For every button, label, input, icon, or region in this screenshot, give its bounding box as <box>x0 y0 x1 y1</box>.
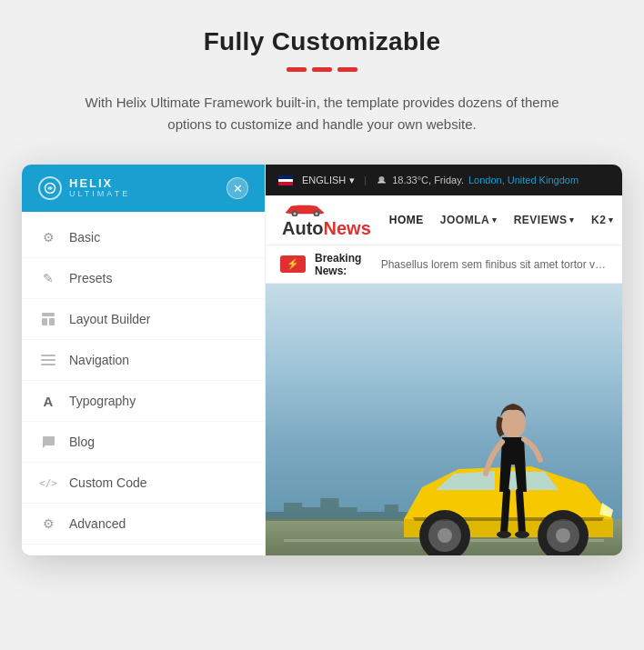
sidebar-item-layout-label: Layout Builder <box>69 312 151 326</box>
breaking-news-bar: ⚡ Breaking News: Phasellus lorem sem fin… <box>266 245 622 284</box>
gear-icon: ⚙ <box>40 229 56 245</box>
reviews-chevron-icon: ▾ <box>569 215 575 225</box>
content-panel: ENGLISH ▾ | 18.33°C, Friday. London, Uni… <box>266 165 622 555</box>
divider-dot-2 <box>312 67 332 72</box>
logo-news-text: News <box>324 218 371 239</box>
sidebar-item-basic[interactable]: ⚙ Basic <box>22 217 265 258</box>
sidebar-item-advanced[interactable]: ⚙ Advanced <box>22 504 265 545</box>
close-icon: ✕ <box>233 182 243 195</box>
site-logo: Auto News <box>282 202 371 239</box>
sidebar-item-custom-code[interactable]: </> Custom Code <box>22 463 265 504</box>
k2-chevron-icon: ▾ <box>609 215 614 225</box>
sidebar: HELIX ULTIMATE ✕ ⚙ Basic ✎ P <box>22 165 266 555</box>
nav-link-reviews[interactable]: REVIEWS ▾ <box>514 214 575 226</box>
sidebar-item-navigation[interactable]: Navigation <box>22 340 265 381</box>
svg-point-11 <box>316 212 318 215</box>
divider-dots <box>287 67 357 72</box>
menu-icon <box>40 352 56 368</box>
sidebar-item-presets-label: Presets <box>69 271 112 285</box>
sidebar-item-blog-label: Blog <box>69 435 95 449</box>
divider-dot-1 <box>287 67 307 72</box>
sidebar-item-navigation-label: Navigation <box>69 353 129 367</box>
weather-location: London, United Kingdom <box>468 175 579 185</box>
language-chevron: ▾ <box>349 175 355 186</box>
breaking-news-label: Breaking News: <box>315 252 372 277</box>
mockup-body: HELIX ULTIMATE ✕ ⚙ Basic ✎ P <box>22 165 622 555</box>
helix-logo-icon <box>38 176 62 200</box>
svg-rect-1 <box>42 313 55 316</box>
breaking-news-badge: ⚡ <box>280 255 306 273</box>
nav-link-reviews-label: REVIEWS <box>514 214 568 226</box>
sidebar-item-presets[interactable]: ✎ Presets <box>22 258 265 299</box>
weather-info: 18.33°C, Friday. London, United Kingdom <box>376 175 579 186</box>
svg-point-14 <box>438 528 452 543</box>
navbar-links: HOME JOOMLA ▾ REVIEWS ▾ K2 ▾ <box>389 214 614 226</box>
divider-dot-3 <box>337 67 357 72</box>
section-description: With Helix Ultimate Framework built-in, … <box>76 92 568 135</box>
svg-point-20 <box>515 531 529 538</box>
sidebar-item-typography[interactable]: A Typography <box>22 381 265 422</box>
sidebar-item-blog[interactable]: Blog <box>22 422 265 463</box>
sidebar-logo-area: HELIX ULTIMATE <box>38 176 130 200</box>
svg-point-19 <box>497 531 511 538</box>
svg-rect-2 <box>42 318 47 325</box>
svg-rect-6 <box>41 364 55 365</box>
person-figure-svg <box>477 401 549 546</box>
nav-link-k2-label: K2 <box>591 214 606 226</box>
sidebar-close-button[interactable]: ✕ <box>226 177 248 199</box>
brush-icon: ✎ <box>40 270 56 286</box>
layout-icon <box>40 311 56 327</box>
svg-rect-3 <box>49 318 55 325</box>
svg-rect-4 <box>41 355 55 356</box>
section-title: Fully Customizable <box>204 27 441 56</box>
weather-text: 18.33°C, Friday. <box>392 175 464 185</box>
sidebar-logo-brand: HELIX <box>69 177 130 190</box>
nav-link-k2[interactable]: K2 ▾ <box>591 214 614 226</box>
mockup-wrapper: HELIX ULTIMATE ✕ ⚙ Basic ✎ P <box>22 165 622 555</box>
sidebar-logo-sub: ULTIMATE <box>69 190 130 199</box>
svg-point-17 <box>556 528 570 543</box>
topbar: ENGLISH ▾ | 18.33°C, Friday. London, Uni… <box>266 165 622 195</box>
joomla-chevron-icon: ▾ <box>492 215 498 225</box>
topbar-separator: | <box>364 175 367 185</box>
chat-icon <box>40 434 56 450</box>
hero-image-area <box>266 284 622 555</box>
svg-point-10 <box>294 212 297 215</box>
language-label: ENGLISH <box>302 175 346 185</box>
bolt-icon: ⚡ <box>287 258 299 270</box>
navbar: Auto News HOME JOOMLA ▾ REVIEWS ▾ <box>266 195 622 245</box>
breaking-news-text: Phasellus lorem sem finibus sit amet tor… <box>381 258 608 271</box>
sidebar-menu: ⚙ Basic ✎ Presets <box>22 212 265 555</box>
car-logo-icon <box>282 202 329 216</box>
page-container: Fully Customizable With Helix Ultimate F… <box>18 27 626 555</box>
typography-icon: A <box>40 393 56 409</box>
sidebar-item-basic-label: Basic <box>69 230 100 245</box>
nav-link-joomla[interactable]: JOOMLA ▾ <box>440 214 498 226</box>
sidebar-item-custom-code-label: Custom Code <box>69 475 147 490</box>
uk-flag-icon <box>278 175 293 185</box>
weather-icon <box>376 175 387 186</box>
code-icon: </> <box>40 475 56 491</box>
sidebar-item-typography-label: Typography <box>69 394 136 408</box>
logo-auto-text: Auto <box>282 218 324 239</box>
language-selector[interactable]: ENGLISH ▾ <box>302 175 355 186</box>
nav-link-joomla-label: JOOMLA <box>440 214 489 226</box>
sidebar-header: HELIX ULTIMATE ✕ <box>22 165 265 212</box>
advanced-gear-icon: ⚙ <box>40 515 56 532</box>
sidebar-item-layout-builder[interactable]: Layout Builder <box>22 299 265 340</box>
nav-link-home[interactable]: HOME <box>389 214 424 226</box>
svg-rect-5 <box>41 359 55 361</box>
sidebar-item-advanced-label: Advanced <box>69 516 126 531</box>
